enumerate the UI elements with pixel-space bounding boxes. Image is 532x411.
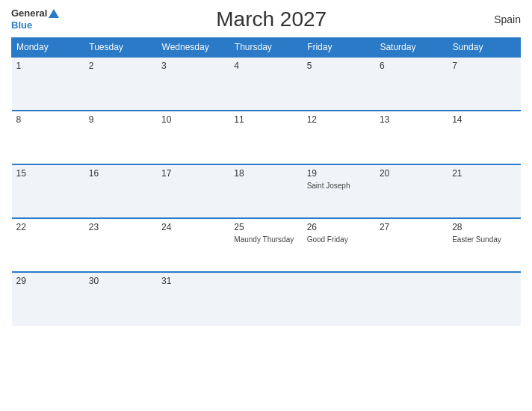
- calendar-cell: 10: [157, 111, 229, 164]
- holiday-event: Easter Sunday: [452, 235, 516, 244]
- day-number: 4: [234, 61, 297, 71]
- calendar-cell: 4: [229, 57, 302, 111]
- day-number: 12: [307, 114, 371, 125]
- calendar-title: March 2027: [59, 7, 483, 31]
- calendar-cell: [303, 272, 375, 326]
- day-number: 11: [234, 114, 297, 125]
- calendar-cell: 9: [84, 111, 157, 164]
- weekday-wednesday: Wednesday: [157, 38, 229, 58]
- calendar-cell: 26Good Friday: [303, 218, 375, 272]
- logo-general-text: General: [11, 7, 47, 19]
- calendar-page: General Blue March 2027 Spain Monday Tue…: [0, 0, 532, 411]
- day-number: 24: [161, 222, 225, 232]
- calendar-cell: 1: [12, 57, 84, 111]
- day-number: 10: [161, 114, 225, 125]
- day-number: 9: [89, 114, 152, 125]
- calendar-cell: 23: [84, 218, 157, 272]
- day-number: 1: [16, 61, 80, 71]
- calendar-cell: [448, 272, 520, 326]
- country-label: Spain: [483, 13, 521, 25]
- calendar-cell: 6: [375, 57, 448, 111]
- calendar-cell: 14: [448, 111, 520, 164]
- day-number: 25: [234, 222, 297, 232]
- day-number: 29: [16, 276, 80, 286]
- calendar-cell: 27: [375, 218, 448, 272]
- calendar-cell: 16: [84, 164, 157, 218]
- day-number: 27: [380, 222, 443, 232]
- day-number: 26: [307, 222, 371, 232]
- calendar-cell: [229, 272, 302, 326]
- day-number: 28: [452, 222, 516, 232]
- day-number: 18: [234, 168, 297, 179]
- calendar-cell: 8: [12, 111, 84, 164]
- day-number: 2: [89, 61, 152, 71]
- calendar-cell: 25Maundy Thursday: [229, 218, 302, 272]
- day-number: 19: [307, 168, 371, 179]
- weekday-thursday: Thursday: [229, 38, 302, 58]
- weekday-sunday: Sunday: [448, 38, 520, 58]
- calendar-cell: 2: [84, 57, 157, 111]
- day-number: 14: [452, 114, 516, 125]
- calendar-week-row: 293031: [12, 272, 521, 326]
- weekday-tuesday: Tuesday: [84, 38, 157, 58]
- day-number: 15: [16, 168, 80, 179]
- calendar-table: Monday Tuesday Wednesday Thursday Friday…: [11, 37, 521, 326]
- day-number: 3: [161, 61, 225, 71]
- weekday-header-row: Monday Tuesday Wednesday Thursday Friday…: [12, 38, 521, 58]
- holiday-event: Saint Joseph: [307, 181, 371, 191]
- calendar-week-row: 22232425Maundy Thursday26Good Friday2728…: [12, 218, 521, 272]
- day-number: 8: [16, 114, 80, 125]
- calendar-cell: 28Easter Sunday: [448, 218, 520, 272]
- day-number: 22: [16, 222, 80, 232]
- header: General Blue March 2027 Spain: [11, 7, 521, 31]
- weekday-friday: Friday: [303, 38, 375, 58]
- calendar-cell: 12: [303, 111, 375, 164]
- day-number: 17: [161, 168, 225, 179]
- day-number: 6: [380, 61, 443, 71]
- logo-blue-text: Blue: [11, 19, 59, 31]
- weekday-saturday: Saturday: [375, 38, 448, 58]
- logo-triangle-icon: [49, 9, 59, 18]
- calendar-cell: [375, 272, 448, 326]
- calendar-cell: 22: [12, 218, 84, 272]
- logo: General Blue: [11, 7, 59, 31]
- calendar-cell: 29: [12, 272, 84, 326]
- calendar-cell: 21: [448, 164, 520, 218]
- calendar-cell: 19Saint Joseph: [303, 164, 375, 218]
- calendar-cell: 24: [157, 218, 229, 272]
- calendar-cell: 15: [12, 164, 84, 218]
- day-number: 20: [380, 168, 443, 179]
- calendar-cell: 18: [229, 164, 302, 218]
- calendar-cell: 13: [375, 111, 448, 164]
- calendar-cell: 31: [157, 272, 229, 326]
- calendar-cell: 30: [84, 272, 157, 326]
- day-number: 21: [452, 168, 516, 179]
- day-number: 31: [161, 276, 225, 286]
- calendar-cell: 20: [375, 164, 448, 218]
- calendar-cell: 3: [157, 57, 229, 111]
- day-number: 13: [380, 114, 443, 125]
- calendar-cell: 11: [229, 111, 302, 164]
- holiday-event: Good Friday: [307, 235, 371, 244]
- calendar-week-row: 891011121314: [12, 111, 521, 164]
- calendar-week-row: 1516171819Saint Joseph2021: [12, 164, 521, 218]
- day-number: 5: [307, 61, 371, 71]
- calendar-cell: 17: [157, 164, 229, 218]
- day-number: 7: [452, 61, 516, 71]
- day-number: 16: [89, 168, 152, 179]
- calendar-week-row: 1234567: [12, 57, 521, 111]
- weekday-monday: Monday: [12, 38, 84, 58]
- holiday-event: Maundy Thursday: [234, 235, 297, 244]
- day-number: 23: [89, 222, 152, 232]
- day-number: 30: [89, 276, 152, 286]
- calendar-cell: 5: [303, 57, 375, 111]
- calendar-cell: 7: [448, 57, 520, 111]
